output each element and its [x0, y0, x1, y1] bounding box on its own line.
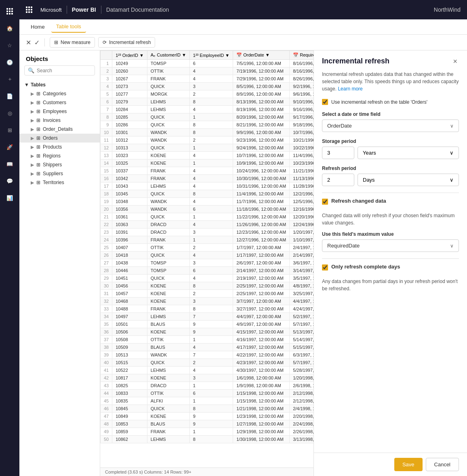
- col-header-orderdate[interactable]: 📅 OrderDate ▼: [233, 51, 290, 60]
- sidebar-icon-grid[interactable]: ⊞: [2, 122, 18, 138]
- objects-title: Objects: [19, 50, 100, 65]
- sidebar-icon-waffle[interactable]: [2, 3, 18, 19]
- table-item-invoices[interactable]: ▶⊞ Invoices: [19, 116, 100, 125]
- data-cell: QUICK: [147, 113, 189, 121]
- table-row: 3410497LEHMS74/4/1997, 12:00:00 AM5/2/19…: [101, 313, 314, 321]
- row-number-cell: 15: [101, 167, 112, 175]
- sidebar-icon-rocket[interactable]: 🚀: [2, 139, 18, 155]
- cancel-button[interactable]: Cancel: [426, 458, 459, 471]
- data-cell: 3: [189, 229, 233, 236]
- data-cell: 10849: [112, 413, 147, 420]
- max-value-dropdown[interactable]: RequiredDate ∨: [322, 239, 459, 252]
- table-item-territories[interactable]: ▶⊞ Territories: [19, 178, 100, 187]
- data-cell: BLAUS: [147, 344, 189, 351]
- row-number-cell: 47: [101, 413, 112, 420]
- sidebar-icon-star[interactable]: ☆: [2, 37, 18, 53]
- topbar-divider: [67, 6, 67, 14]
- save-button[interactable]: Save: [394, 458, 423, 471]
- table-icon2: ⊞: [36, 180, 40, 185]
- data-cell: 1/21/1998, 12:00:00 AM: [233, 405, 290, 413]
- ribbon: Home Table tools: [19, 19, 467, 35]
- divider1: [322, 193, 459, 193]
- storage-period-unit-dropdown[interactable]: Years ∨: [358, 147, 459, 159]
- table-icon: ▶: [31, 162, 34, 168]
- new-measure-button[interactable]: ⊞ New measure: [50, 37, 95, 48]
- refresh-changed-checkbox[interactable]: [322, 199, 328, 205]
- row-number-cell: 46: [101, 405, 112, 413]
- sidebar-icon-target[interactable]: ◎: [2, 105, 18, 121]
- data-cell: 3: [189, 83, 233, 90]
- table-icon: ▶: [31, 91, 34, 96]
- table-row: 3610506KOENE94/15/1997, 12:00:00 AM5/13/…: [101, 328, 314, 336]
- data-cell: FRANK: [147, 305, 189, 313]
- sidebar-icon-chat[interactable]: 💬: [2, 173, 18, 189]
- data-cell: QUICK: [147, 213, 189, 221]
- refresh-period-num[interactable]: 2: [322, 174, 354, 186]
- data-cell: 7/19/1996, 12:00:00 AM: [233, 67, 290, 75]
- refresh-period-unit-dropdown[interactable]: Days ∨: [358, 174, 459, 186]
- table-item-suppliers[interactable]: ▶⊞ Suppliers: [19, 169, 100, 178]
- tab-home[interactable]: Home: [26, 21, 50, 32]
- use-incremental-checkbox[interactable]: [322, 99, 328, 105]
- sidebar-icon-home[interactable]: 🏠: [2, 20, 18, 36]
- col-header-customerid[interactable]: Aₑ CustomerID ▼: [147, 51, 189, 60]
- data-cell: 3: [189, 259, 233, 267]
- data-cell: 3/5/1997, 12:00:00 AM: [290, 275, 313, 282]
- data-cell: 2/12/1998, 12:00:00 AM: [290, 390, 313, 397]
- data-cell: 10859: [112, 428, 147, 436]
- data-cell: LEHMS: [147, 436, 189, 443]
- table-row: 1710343LEHMS410/31/1996, 12:00:00 AM11/2…: [101, 182, 314, 190]
- data-cell: 10342: [112, 175, 147, 182]
- sidebar-icon-chart[interactable]: 📊: [2, 190, 18, 206]
- table-item-products[interactable]: ▶⊞ Products: [19, 143, 100, 151]
- table-icon: ▶: [31, 127, 34, 132]
- table-row: 1310323KOENE410/7/1996, 12:00:00 AM11/4/…: [101, 152, 314, 159]
- use-incremental-checkbox-row: Use incremental refresh on the table 'Or…: [322, 99, 459, 105]
- table-row: 2110361QUICK111/22/1996, 12:00:00 AM12/2…: [101, 213, 314, 221]
- data-cell: 9: [189, 420, 233, 428]
- sidebar-icon-book[interactable]: 📖: [2, 156, 18, 172]
- table-row: 1810345QUICK811/4/1996, 12:00:00 AM12/2/…: [101, 190, 314, 198]
- sidebar-icon-clock[interactable]: 🕐: [2, 54, 18, 70]
- storage-period-num[interactable]: 3: [322, 147, 354, 159]
- toolbar-cancel-icon[interactable]: ✕: [26, 39, 31, 46]
- toolbar-confirm-icon[interactable]: ✓: [34, 39, 40, 46]
- table-item-shippers[interactable]: ▶⊞ Shippers: [19, 160, 100, 169]
- tab-table-tools[interactable]: Table tools: [51, 21, 86, 33]
- date-field-dropdown[interactable]: OrderDate ∨: [322, 120, 459, 132]
- table-row: 4510835ALFKI11/15/1998, 12:00:00 AM2/12/…: [101, 397, 314, 405]
- data-cell: 8/20/1996, 12:00:00 AM: [233, 113, 290, 121]
- close-button[interactable]: ×: [451, 57, 459, 66]
- col-header-employeeid[interactable]: 1²³ EmployeeID ▼: [189, 51, 233, 60]
- table-item-categories[interactable]: ▶⊞ Categories: [19, 89, 100, 98]
- data-cell: 10833: [112, 390, 147, 397]
- search-box[interactable]: 🔍: [24, 65, 95, 75]
- table-container[interactable]: 1²³ OrderID ▼ Aₑ CustomerID ▼ 1²³ Employ…: [100, 50, 313, 468]
- table-icon: ▶: [31, 118, 34, 123]
- refresh-changed-label: Refresh changed data: [331, 198, 386, 204]
- table-item-regions[interactable]: ▶⊞ Regions: [19, 151, 100, 160]
- table-item-orders[interactable]: ▶⊞ Orders: [19, 134, 100, 143]
- incremental-refresh-button[interactable]: ⟳ Incremental refresh: [98, 37, 155, 48]
- data-cell: 3: [189, 374, 233, 382]
- sidebar-icon-plus[interactable]: ＋: [2, 71, 18, 87]
- complete-days-checkbox[interactable]: [322, 264, 328, 271]
- table-item-employees[interactable]: ▶⊞ Employees: [19, 107, 100, 116]
- search-input[interactable]: [37, 68, 91, 73]
- col-header-orderid[interactable]: 1²³ OrderID ▼: [112, 51, 147, 60]
- table-item-order-details[interactable]: ▶⊞ Order_Details: [19, 125, 100, 134]
- sidebar-icon-doc[interactable]: 📄: [2, 88, 18, 104]
- col-header-requireddate[interactable]: 📅 RequiredDate ▼: [290, 51, 313, 60]
- row-number-cell: 4: [101, 83, 112, 90]
- data-cell: 1: [189, 144, 233, 152]
- table-item-customers[interactable]: ▶⊞ Customers: [19, 98, 100, 107]
- data-cell: 10451: [112, 275, 147, 282]
- row-number-cell: 22: [101, 221, 112, 229]
- tables-section-header[interactable]: ▼ Tables: [19, 80, 100, 89]
- data-cell: KOENE: [147, 413, 189, 420]
- learn-more-link[interactable]: Learn more: [338, 86, 362, 92]
- refresh-unit-value: Days: [363, 177, 375, 183]
- data-cell: KOENE: [147, 374, 189, 382]
- table-row: 510277MORGK28/9/1996, 12:00:00 AM9/6/199…: [101, 90, 314, 98]
- data-cell: 5/15/1997, 12:00:00 AM: [290, 344, 313, 351]
